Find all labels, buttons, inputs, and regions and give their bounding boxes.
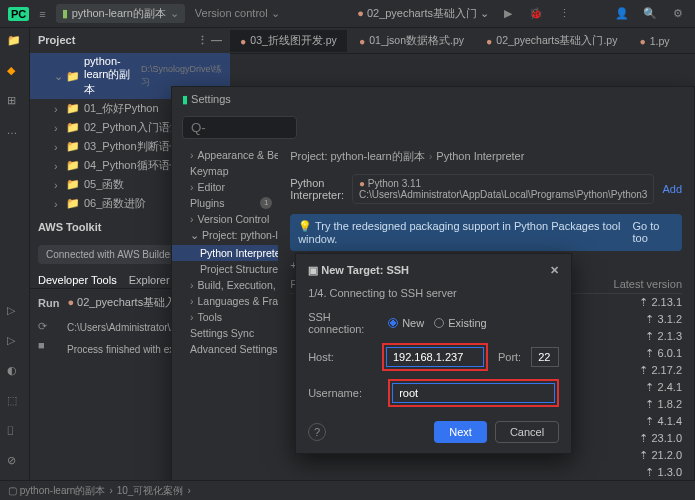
run-config-label: ● 02_pyecharts基础入门 [67,295,187,310]
status-project[interactable]: ▢ python-learn的副本 [8,484,105,498]
settings-node[interactable]: Build, Execution, Deployment [172,277,278,293]
version-control-dropdown[interactable]: Version control ⌄ [195,7,280,20]
cancel-button[interactable]: Cancel [495,421,559,443]
structure-tool-icon[interactable]: ⊞ [7,94,23,110]
add-interpreter-link[interactable]: Add [662,183,682,195]
more-icon[interactable]: ⋮ [555,5,573,23]
python-console-icon[interactable]: ▷ [7,334,23,350]
settings-search-input[interactable] [182,116,297,139]
interpreter-label: Python Interpreter: [290,177,344,201]
file-tab[interactable]: ●02_pyecharts基础入门.py [476,30,627,52]
settings-node[interactable]: Appearance & Behavior [172,147,278,163]
run-output-line: Process finished with ex [67,344,177,355]
settings-node[interactable]: ⌄ Project: python-learn的副本 [172,227,278,245]
debug-icon[interactable]: 🐞 [527,5,545,23]
file-tab[interactable]: ●1.py [629,31,679,51]
rerun-icon[interactable]: ⟳ [38,320,47,333]
settings-node[interactable]: Tools [172,309,278,325]
stop-icon[interactable]: ■ [38,339,47,351]
file-tab[interactable]: ●01_json数据格式.py [349,30,474,52]
settings-node[interactable]: Keymap [172,163,278,179]
left-tool-rail: 📁 ◆ ⊞ … ▷ ▷ ◐ ⬚ ⌷ ⊘ ⑂ [0,28,30,500]
search-icon[interactable]: 🔍 [641,5,659,23]
settings-node[interactable]: Languages & Frameworks [172,293,278,309]
run-output-line: C:\Users\Administrator\A [67,322,177,333]
project-tool-icon[interactable]: 📁 [7,34,23,50]
port-input[interactable] [531,347,559,367]
username-label: Username: [308,387,378,399]
problems-icon[interactable]: ⊘ [7,454,23,470]
settings-tree: Appearance & Behavior Keymap Editor Plug… [172,143,278,500]
breadcrumb: Project: python-learn的副本›Python Interpre… [290,149,682,164]
services-icon[interactable]: ⬚ [7,394,23,410]
col-latest[interactable]: Latest version [584,278,682,290]
status-folder[interactable]: 10_可视化案例 [117,484,184,498]
next-button[interactable]: Next [434,421,487,443]
settings-node[interactable]: Project Structure [172,261,278,277]
settings-title: ▮ Settings [172,87,694,112]
package-row[interactable]: ⇡ 1.3.0 [290,464,682,481]
settings-node-python-interpreter[interactable]: Python Interpreter [172,245,278,261]
help-icon[interactable]: ? [308,423,326,441]
project-selector[interactable]: ▮ python-learn的副本 ⌄ [56,4,185,23]
status-bar: ▢ python-learn的副本 › 10_可视化案例 › [0,480,695,500]
code-with-me-icon[interactable]: 👤 [613,5,631,23]
packages-tip-banner: 💡 Try the redesigned packaging support i… [290,214,682,251]
more-tool-icon[interactable]: … [7,124,23,140]
ssh-modal-title: ▣ New Target: SSH [308,264,409,277]
run-title: Run [38,297,59,309]
run-icon[interactable]: ▶ [499,5,517,23]
radio-new[interactable]: New [388,317,424,329]
gear-icon[interactable]: ⚙ [669,5,687,23]
pycharm-logo-icon: PC [8,7,29,21]
project-tools[interactable]: ⋮ — [197,34,222,47]
run-config-selector[interactable]: ● 02_pyecharts基础入门 ⌄ [357,6,489,21]
settings-dialog: ▮ Settings Appearance & Behavior Keymap … [171,86,695,500]
ssh-step-label: 1/4. Connecting to SSH server [308,287,559,299]
file-tab[interactable]: ●03_折线图开发.py [230,30,347,52]
terminal-icon[interactable]: ⌷ [7,424,23,440]
radio-existing[interactable]: Existing [434,317,487,329]
project-title: Project [38,34,75,47]
settings-node[interactable]: Advanced Settings [172,341,278,357]
username-input[interactable] [392,383,555,403]
host-input[interactable] [386,347,484,367]
port-label: Port: [498,351,521,363]
aws-tool-icon[interactable]: ◆ [7,64,23,80]
menu-icon[interactable]: ≡ [39,8,45,20]
ssh-connection-label: SSH connection: [308,311,378,335]
close-icon[interactable]: ✕ [550,264,559,277]
host-label: Host: [308,351,372,363]
settings-node[interactable]: Plugins 1 [172,195,278,211]
settings-node[interactable]: Version Control [172,211,278,227]
ssh-target-modal: ▣ New Target: SSH ✕ 1/4. Connecting to S… [295,253,572,454]
run-tool-icon[interactable]: ▷ [7,304,23,320]
python-packages-icon[interactable]: ◐ [7,364,23,380]
settings-node[interactable]: Editor [172,179,278,195]
go-to-tool-link[interactable]: Go to too [632,220,674,245]
settings-node[interactable]: Settings Sync [172,325,278,341]
interpreter-selector[interactable]: ● Python 3.11 C:\Users\Administrator\App… [352,174,654,204]
